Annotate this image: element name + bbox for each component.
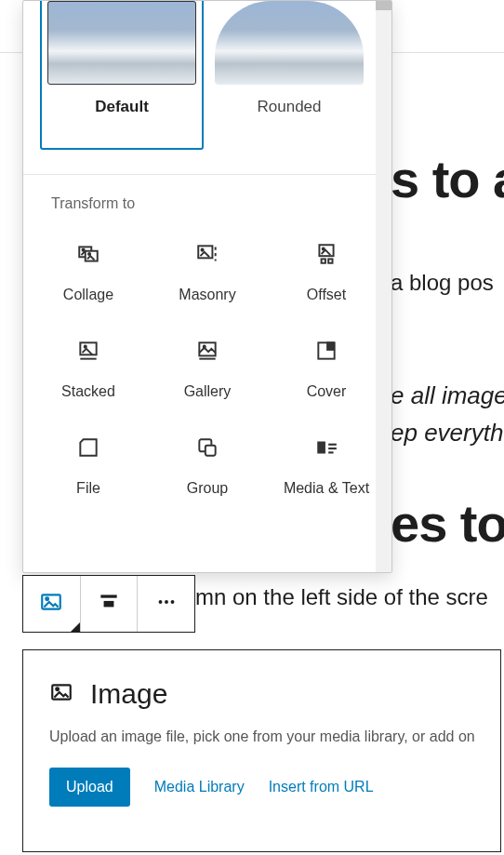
svg-rect-21 — [328, 444, 337, 446]
align-icon — [97, 590, 121, 618]
toolbar-more-button[interactable] — [138, 576, 194, 632]
toolbar-align-button[interactable] — [81, 576, 139, 632]
transform-stacked[interactable]: Stacked — [33, 335, 144, 404]
gallery-icon — [195, 339, 219, 367]
transform-group[interactable]: Group — [152, 432, 263, 501]
svg-point-25 — [46, 597, 49, 600]
image-icon — [49, 680, 73, 708]
popover-scrollbar[interactable] — [376, 1, 391, 572]
transform-label: Offset — [307, 287, 346, 303]
transform-title: Transform to — [23, 175, 391, 218]
svg-rect-23 — [328, 451, 333, 453]
bg-paragraph-2: mn on the left side of the scre — [195, 584, 504, 610]
svg-rect-22 — [328, 448, 337, 449]
image-block-actions: Upload Media Library Insert from URL — [49, 768, 474, 807]
bg-heading-2: es to y — [391, 493, 504, 554]
svg-rect-31 — [100, 608, 116, 610]
transform-gallery[interactable]: Gallery — [152, 335, 263, 404]
svg-rect-9 — [328, 259, 332, 262]
transform-label: Group — [187, 480, 228, 497]
svg-point-34 — [170, 600, 174, 604]
transform-label: Cover — [307, 383, 347, 400]
style-rounded-thumb — [215, 1, 364, 85]
transform-label: Media & Text — [284, 480, 369, 497]
svg-point-1 — [83, 249, 85, 251]
styles-section: Default Rounded — [23, 1, 391, 167]
image-block-icon — [39, 590, 63, 618]
svg-rect-27 — [104, 601, 114, 608]
svg-point-14 — [204, 346, 206, 348]
bg-quote-2: ep everythi — [391, 419, 504, 448]
svg-point-3 — [88, 253, 90, 255]
block-switcher-popover: Default Rounded Transform to Collage — [22, 0, 392, 573]
media-text-icon — [314, 435, 338, 463]
upload-button[interactable]: Upload — [49, 768, 130, 807]
transform-label: File — [76, 480, 100, 497]
cover-icon — [314, 339, 338, 367]
svg-rect-17 — [327, 342, 334, 350]
bg-heading-1: s to a — [391, 149, 504, 209]
file-icon — [76, 435, 100, 463]
svg-point-32 — [158, 600, 162, 604]
svg-rect-19 — [206, 446, 216, 456]
transform-label: Masonry — [179, 287, 235, 303]
svg-point-5 — [202, 249, 204, 251]
scroll-arrow-down[interactable] — [376, 1, 391, 10]
bg-quote-1: e all image — [391, 381, 504, 410]
image-block-description: Upload an image file, pick one from your… — [49, 728, 474, 745]
style-rounded[interactable]: Rounded — [215, 1, 364, 142]
style-default-thumb — [47, 1, 196, 85]
insert-from-url-button[interactable]: Insert from URL — [269, 779, 374, 795]
svg-rect-20 — [317, 442, 325, 454]
image-block-title: Image — [90, 678, 167, 710]
stacked-icon — [76, 339, 100, 367]
transform-label: Collage — [63, 287, 113, 303]
transform-masonry[interactable]: Masonry — [152, 238, 263, 307]
collage-icon — [76, 242, 100, 270]
transform-cover[interactable]: Cover — [271, 335, 382, 404]
style-default[interactable]: Default — [40, 0, 204, 150]
more-icon — [154, 590, 179, 618]
masonry-icon — [195, 242, 219, 270]
transform-grid: Collage Masonry Offset — [23, 218, 391, 515]
group-icon — [195, 435, 219, 463]
transform-file[interactable]: File — [33, 432, 144, 501]
transform-label: Stacked — [61, 383, 115, 400]
svg-point-33 — [165, 600, 168, 604]
style-rounded-label: Rounded — [215, 98, 364, 116]
svg-point-7 — [323, 248, 325, 250]
image-block-header: Image — [49, 678, 474, 710]
svg-point-36 — [56, 688, 59, 690]
bg-paragraph-1: a blog pos — [391, 270, 504, 296]
transform-collage[interactable]: Collage — [33, 238, 144, 307]
style-default-label: Default — [47, 98, 196, 116]
block-toolbar — [22, 575, 195, 633]
svg-point-11 — [85, 346, 86, 348]
svg-rect-8 — [322, 259, 325, 262]
media-library-button[interactable]: Media Library — [154, 779, 245, 795]
transform-label: Gallery — [184, 383, 232, 400]
offset-icon — [314, 242, 338, 270]
svg-rect-26 — [100, 594, 116, 597]
image-block-placeholder: Image Upload an image file, pick one fro… — [22, 649, 501, 852]
transform-media-text[interactable]: Media & Text — [271, 432, 382, 501]
transform-offset[interactable]: Offset — [271, 238, 382, 307]
toolbar-block-type-button[interactable] — [23, 576, 81, 632]
